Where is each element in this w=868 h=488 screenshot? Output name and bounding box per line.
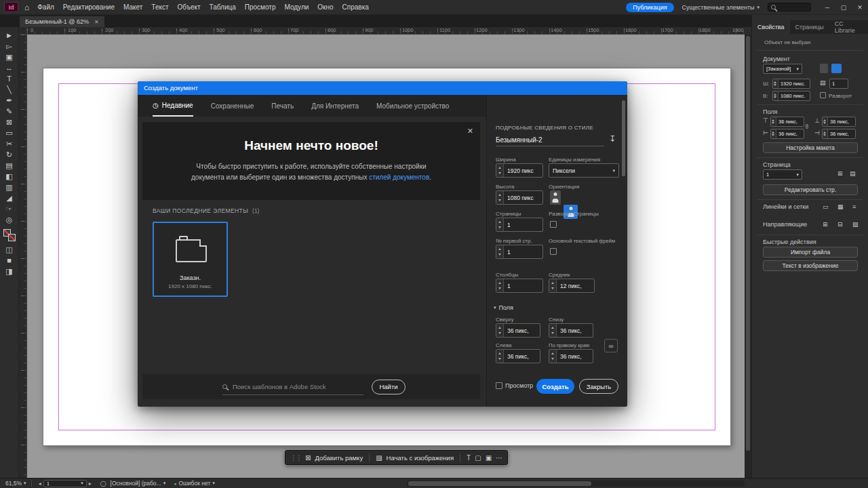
type-tool[interactable]: T <box>3 74 16 83</box>
indesign-logo[interactable]: Id <box>4 2 18 12</box>
add-frame-button[interactable]: Добавить рамку <box>315 454 363 462</box>
close-dialog-button[interactable]: Закрыть <box>579 379 618 394</box>
minimize-button[interactable]: ─ <box>819 4 835 11</box>
menu-table[interactable]: Таблица <box>210 3 236 11</box>
tab-saved[interactable]: Сохраненные <box>211 95 254 117</box>
type-icon[interactable]: T <box>467 454 471 462</box>
stepper-icon[interactable] <box>496 218 504 231</box>
next-page-icon[interactable]: ▸ <box>89 481 92 487</box>
guides-icon[interactable]: ⊞ <box>823 221 828 228</box>
stepper-icon[interactable] <box>496 350 504 363</box>
preview-checkbox[interactable] <box>496 382 502 389</box>
grid-icon[interactable]: ▦ <box>837 203 844 210</box>
menu-object[interactable]: Объект <box>178 3 201 11</box>
stepper-icon[interactable] <box>496 324 504 337</box>
ruler-corner[interactable] <box>19 27 27 35</box>
note-tool[interactable]: ▥ <box>3 182 16 192</box>
stepper-icon[interactable] <box>773 79 778 88</box>
stroke-swatch[interactable] <box>8 234 16 241</box>
stepper-icon[interactable] <box>496 245 504 258</box>
pen-tool[interactable]: ✒ <box>3 96 16 105</box>
scissors-tool[interactable]: ✂ <box>3 139 16 148</box>
menu-file[interactable]: Файл <box>37 3 54 11</box>
stepper-icon[interactable] <box>549 279 557 292</box>
dialog-title-bar[interactable]: Создать документ <box>138 81 627 95</box>
eyedropper-tool[interactable]: ◢ <box>3 193 16 203</box>
stepper-icon[interactable] <box>496 191 504 204</box>
start-page-field[interactable]: 1 <box>496 245 543 259</box>
margin-right-field[interactable]: 36 пикс, <box>549 349 593 363</box>
page-options-icon[interactable]: ▤ <box>850 170 856 177</box>
horizontal-scrollbar[interactable] <box>407 481 745 487</box>
stepper-icon[interactable] <box>549 324 557 337</box>
pencil-tool[interactable]: ✎ <box>3 106 16 116</box>
vertical-scrollbar[interactable] <box>745 35 751 478</box>
apply-color-icon[interactable]: ■ <box>3 256 16 265</box>
layout-settings-button[interactable]: Настройка макета <box>763 142 858 153</box>
search-input[interactable] <box>768 3 811 12</box>
stepper-icon[interactable] <box>549 350 557 363</box>
lock-guides-icon[interactable]: ▨ <box>852 221 859 228</box>
stepper-icon[interactable] <box>823 129 828 138</box>
direct-selection-tool[interactable]: ▻ <box>3 41 16 51</box>
facing-pages-checkbox[interactable] <box>820 92 826 98</box>
menu-layout[interactable]: Макет <box>123 3 142 11</box>
menu-view[interactable]: Просмотр <box>245 3 276 11</box>
document-name-input[interactable]: Безымянный-2 <box>496 134 604 146</box>
more-options-icon[interactable]: ⋯ <box>496 454 502 462</box>
horizontal-scrollbar-thumb[interactable] <box>408 481 591 486</box>
stepper-icon[interactable] <box>773 92 778 100</box>
smart-guides-icon[interactable]: ⊟ <box>837 221 843 228</box>
start-with-image-button[interactable]: Начать с изображения <box>387 454 454 462</box>
fill-stroke-swatches[interactable] <box>3 229 16 241</box>
width-field[interactable]: 1920 пикс <box>496 163 543 178</box>
orientation-portrait-icon[interactable] <box>550 190 561 205</box>
document-tab[interactable]: Безымянный-1 @ 62% ✕ <box>20 16 104 27</box>
page-dropdown[interactable]: 1 ▾ <box>763 169 802 180</box>
previous-page-icon[interactable]: ◂ <box>39 481 41 487</box>
tab-web[interactable]: Для Интернета <box>311 95 359 117</box>
pages-count-field[interactable]: 1 <box>829 79 848 89</box>
vertical-ruler[interactable] <box>19 35 27 478</box>
menu-type[interactable]: Текст <box>151 3 168 11</box>
menu-window[interactable]: Окно <box>317 3 333 11</box>
orientation-landscape-icon[interactable] <box>831 64 842 73</box>
page-icon[interactable]: ▢ <box>475 454 481 462</box>
stepper-icon[interactable] <box>823 117 828 126</box>
columns-field[interactable]: 1 <box>496 279 543 293</box>
selection-tool[interactable]: ► <box>3 30 16 40</box>
pages-field[interactable]: 1 <box>496 218 543 232</box>
line-tool[interactable]: ╲ <box>3 85 16 94</box>
margin-left-field[interactable]: 36 пикс, <box>496 349 540 363</box>
tab-pages[interactable]: Страницы <box>790 20 829 34</box>
screen-mode-icon[interactable]: ◨ <box>3 266 16 276</box>
text-to-image-button[interactable]: Текст в изображение <box>763 260 858 271</box>
height-field[interactable]: 1080 пикс. <box>772 91 810 101</box>
preflight-status[interactable]: Ошибок нет <box>178 480 210 487</box>
menu-plugins[interactable]: Модули <box>284 3 309 11</box>
zoom-tool[interactable]: ◎ <box>3 215 16 224</box>
dialog-close-icon[interactable]: ✕ <box>467 127 473 136</box>
frame-tool[interactable]: ⊠ <box>3 117 16 127</box>
dialog-scrollbar-thumb[interactable] <box>622 100 625 176</box>
stepper-icon[interactable] <box>771 129 776 138</box>
menu-edit[interactable]: Редактирование <box>63 3 115 11</box>
free-transform-tool[interactable]: ↻ <box>3 150 16 159</box>
stepper-icon[interactable] <box>496 279 504 292</box>
gradient-feather-tool[interactable]: ◧ <box>3 171 16 181</box>
margin-bottom-field[interactable]: 36 пикс, <box>822 117 856 127</box>
width-field[interactable]: 1920 пикс. <box>772 79 810 89</box>
import-file-button[interactable]: Импорт файла <box>763 247 858 258</box>
add-page-icon[interactable]: ⊞ <box>837 170 843 177</box>
tab-recent[interactable]: ◷ Недавние <box>153 95 193 117</box>
zoom-level[interactable]: 61,5% <box>5 480 22 487</box>
preset-dropdown[interactable]: [Заказной] ▾ <box>763 64 802 74</box>
ruler-icon[interactable]: ▭ <box>823 203 829 210</box>
stepper-icon[interactable] <box>771 117 776 126</box>
find-button[interactable]: Найти <box>372 380 406 394</box>
document-presets-link[interactable]: стилей документов <box>369 174 429 181</box>
baseline-grid-icon[interactable]: ≡ <box>852 203 856 210</box>
margin-top-field[interactable]: 36 пикс, <box>496 323 540 338</box>
download-preset-icon[interactable]: ↧ <box>609 134 616 144</box>
margin-top-field[interactable]: 36 пикс, <box>770 117 804 127</box>
